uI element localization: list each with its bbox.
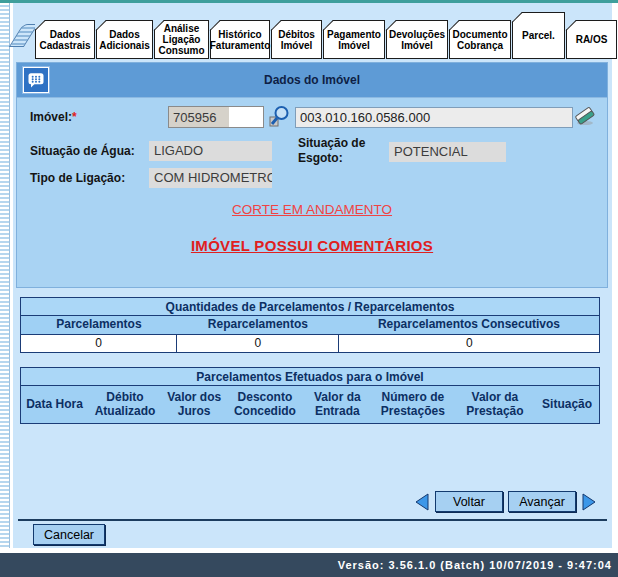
column-header-parcelamentos: Parcelamentos [21, 316, 177, 335]
version-footer-bar: Versão: 3.56.1.0 (Batch) 10/07/2019 - 9:… [0, 553, 618, 577]
tab-pagamento-imovel[interactable]: Pagamento Imóvel [323, 20, 385, 59]
reparcelamentos-count: 0 [177, 334, 339, 352]
application-window: Dados Cadastrais Dados Adicionais Anális… [0, 0, 618, 577]
column-header-numero-de-prestacoes: Número de Prestações [371, 386, 455, 424]
parcelamentos-table: Parcelamentos Efetuados para o Imóvel Da… [20, 367, 600, 424]
column-header-valor-da-prestacao: Valor da Prestação [455, 386, 535, 424]
arrow-right-icon[interactable] [581, 492, 598, 512]
column-header-reparcelamentos: Reparcelamentos [177, 316, 339, 335]
tab-ra-os[interactable]: RA/OS [566, 20, 617, 59]
tab-historico-faturamento[interactable]: Histórico Faturamento [210, 20, 270, 59]
tab-strip-left-cap [9, 24, 38, 47]
situacao-agua-label: Situação de Água: [30, 144, 135, 158]
imovel-label: Imóvel:* [30, 110, 77, 124]
column-header-valor-da-entrada: Valor da Entrada [304, 386, 372, 424]
magnifier-icon[interactable] [267, 105, 291, 129]
tab-documento-cobranca[interactable]: Documento Cobrança [449, 20, 511, 59]
imovel-input[interactable] [168, 106, 264, 128]
tab-devolucoes-imovel[interactable]: Devoluções Imóvel [386, 20, 448, 59]
arrow-left-icon[interactable] [413, 492, 430, 512]
imovel-possui-comentarios-link[interactable]: IMÓVEL POSSUI COMENTÁRIOS [17, 237, 607, 254]
parcelamentos-table-title: Parcelamentos Efetuados para o Imóvel [21, 368, 600, 386]
column-header-debito-atualizado: Débito Atualizado [88, 386, 162, 424]
tipo-ligacao-value: COM HIDROMETRO [149, 168, 272, 188]
avancar-button[interactable]: Avançar [508, 491, 576, 512]
wizard-navigation: Voltar Avançar [413, 491, 598, 512]
panel-header: Dados do Imóvel [17, 63, 607, 98]
column-header-valor-dos-juros: Valor dos Juros [162, 386, 226, 424]
footer-divider-line [18, 519, 607, 521]
tab-strip: Dados Cadastrais Dados Adicionais Anális… [16, 8, 618, 59]
dados-imovel-panel: Dados do Imóvel Imóvel:* [16, 62, 608, 288]
situacao-agua-value: LIGADO [149, 141, 272, 161]
tab-debitos-imovel[interactable]: Débitos Imóvel [271, 20, 322, 59]
quantidades-table: Quantidades de Parcelamentos / Reparcela… [20, 297, 600, 353]
situacao-esgoto-label: Situação de Esgoto: [298, 136, 378, 166]
situacao-esgoto-value: POTENCIAL [389, 142, 506, 162]
inscricao-field [295, 107, 573, 128]
cancelar-button[interactable]: Cancelar [33, 524, 105, 545]
column-header-situacao: Situação [535, 386, 599, 424]
quantidades-table-title: Quantidades de Parcelamentos / Reparcela… [21, 298, 600, 316]
quantidades-values-row: 0 0 0 [21, 334, 600, 352]
content-area: Dados Cadastrais Dados Adicionais Anális… [13, 3, 612, 548]
column-header-desconto-concedido: Desconto Concedido [226, 386, 303, 424]
tab-dados-adicionais[interactable]: Dados Adicionais [96, 20, 153, 59]
reparcelamentos-consecutivos-count: 0 [339, 334, 600, 352]
tipo-ligacao-label: Tipo de Ligação: [30, 171, 125, 185]
parcelamentos-count: 0 [21, 334, 177, 352]
tab-analise-ligacao-consumo[interactable]: Análise Ligação Consumo [154, 20, 209, 59]
column-header-reparcelamentos-consecutivos: Reparcelamentos Consecutivos [339, 316, 600, 335]
eraser-icon[interactable] [573, 104, 597, 128]
left-striped-rail [0, 3, 10, 548]
version-text: Versão: 3.56.1.0 (Batch) 10/07/2019 - 9:… [338, 559, 612, 571]
voltar-button[interactable]: Voltar [435, 491, 503, 512]
column-header-data-hora: Data Hora [21, 386, 89, 424]
panel-body: Imóvel:* [17, 98, 607, 287]
required-marker: * [72, 110, 77, 124]
tab-parcel-active[interactable]: Parcel. [512, 12, 565, 59]
corte-em-andamento-link[interactable]: CORTE EM ANDAMENTO [17, 202, 607, 217]
panel-title: Dados do Imóvel [17, 63, 607, 97]
tab-dados-cadastrais[interactable]: Dados Cadastrais [35, 20, 95, 59]
